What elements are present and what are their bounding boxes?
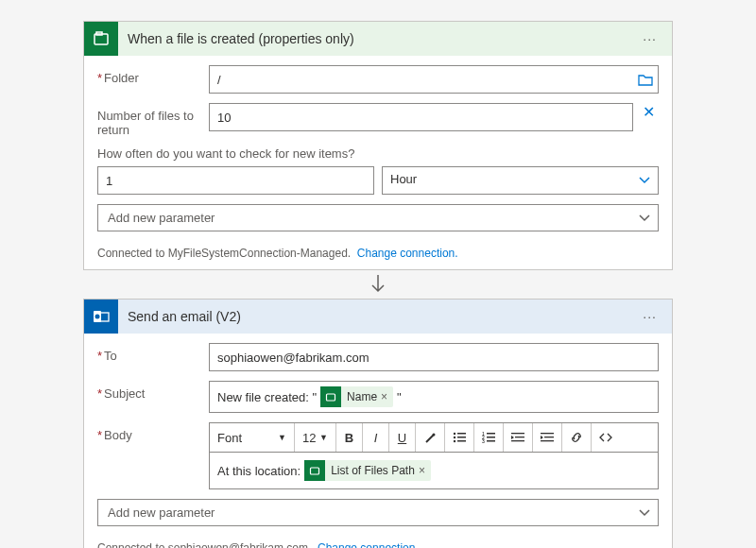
token-remove-button[interactable]: × [419, 464, 425, 477]
arrow-connector [83, 270, 673, 299]
action-footer: Connected to sophiaowen@fabrikam.com. Ch… [84, 534, 672, 548]
token-remove-button[interactable]: × [381, 390, 387, 403]
numfiles-clear-button[interactable]: ✕ [639, 103, 659, 121]
rte-code-button[interactable] [592, 423, 620, 452]
svg-point-6 [433, 434, 436, 437]
svg-rect-18 [487, 440, 495, 442]
trigger-add-parameter[interactable]: Add new parameter [97, 204, 659, 231]
trigger-menu-button[interactable]: ··· [635, 27, 664, 50]
rte-outdent-button[interactable] [504, 423, 533, 452]
folder-picker-icon[interactable] [638, 73, 653, 86]
svg-point-4 [95, 315, 100, 319]
to-input[interactable]: sophiaowen@fabrikam.com [209, 343, 659, 371]
to-label: *To [97, 343, 209, 363]
outlook-icon [84, 300, 118, 334]
folder-input[interactable]: / [209, 65, 659, 94]
rte-bold-button[interactable]: B [336, 423, 363, 452]
svg-rect-24 [541, 440, 554, 441]
body-input[interactable]: At this location: List of Files Path × [209, 452, 659, 489]
action-menu-button[interactable]: ··· [635, 305, 664, 328]
poll-question: How often do you want to check for new i… [97, 146, 659, 161]
chevron-down-icon [639, 214, 650, 222]
svg-rect-19 [511, 433, 524, 434]
trigger-footer: Connected to MyFileSystemConnection-Mana… [84, 239, 672, 269]
svg-rect-22 [541, 433, 554, 434]
svg-rect-10 [457, 437, 466, 438]
rte-italic-button[interactable]: I [363, 423, 389, 452]
svg-point-11 [454, 440, 455, 442]
svg-rect-3 [100, 313, 109, 321]
subject-row: *Subject New file created: " Name × " [97, 381, 659, 413]
svg-rect-21 [511, 440, 524, 441]
numfiles-input[interactable]: 10 [209, 103, 633, 131]
svg-text:3: 3 [482, 438, 485, 443]
svg-rect-5 [327, 394, 335, 401]
dynamic-token-name[interactable]: Name × [320, 386, 393, 407]
chevron-down-icon [639, 509, 650, 517]
rte-indent-button[interactable] [533, 423, 562, 452]
rte-color-button[interactable] [416, 423, 445, 452]
rte-numberlist-button[interactable]: 123 [474, 423, 504, 452]
svg-point-7 [454, 433, 455, 435]
body-label: *Body [97, 422, 209, 442]
trigger-header[interactable]: When a file is created (properties only)… [84, 22, 672, 56]
filesystem-icon [320, 386, 341, 407]
svg-rect-14 [487, 433, 495, 435]
dynamic-token-filepath[interactable]: List of Files Path × [304, 460, 431, 481]
numfiles-row: Number of files to return 10 ✕ [97, 103, 659, 137]
trigger-change-connection-link[interactable]: Change connection. [357, 247, 458, 260]
trigger-title: When a file is created (properties only) [118, 31, 635, 46]
action-card: Send an email (V2) ··· *To sophiaowen@fa… [83, 299, 673, 548]
filesystem-icon [84, 22, 118, 56]
svg-point-9 [454, 437, 455, 438]
rte-toolbar: Font▼ 12▼ B I U 123 [209, 422, 659, 452]
svg-rect-12 [457, 440, 466, 442]
folder-label: *Folder [97, 65, 209, 85]
trigger-body: *Folder / Number of files to return 10 ✕… [84, 56, 672, 239]
rte-link-button[interactable] [562, 423, 592, 452]
action-header[interactable]: Send an email (V2) ··· [84, 300, 672, 334]
rte-underline-button[interactable]: U [389, 423, 416, 452]
rte-font-select[interactable]: Font▼ [210, 423, 295, 452]
action-title: Send an email (V2) [118, 309, 635, 324]
rte-bulletlist-button[interactable] [445, 423, 474, 452]
to-row: *To sophiaowen@fabrikam.com [97, 343, 659, 371]
chevron-down-icon [639, 177, 650, 184]
subject-input[interactable]: New file created: " Name × " [209, 381, 659, 413]
action-change-connection-link[interactable]: Change connection. [318, 541, 419, 548]
trigger-card: When a file is created (properties only)… [83, 21, 673, 270]
svg-rect-23 [544, 437, 554, 437]
svg-rect-16 [487, 437, 495, 438]
interval-input[interactable]: 1 [97, 166, 374, 195]
svg-rect-25 [311, 468, 319, 474]
action-body: *To sophiaowen@fabrikam.com *Subject New… [84, 334, 672, 534]
numfiles-label: Number of files to return [97, 103, 209, 137]
filesystem-icon [304, 460, 325, 481]
action-add-parameter[interactable]: Add new parameter [97, 499, 659, 526]
folder-row: *Folder / [97, 65, 659, 94]
svg-rect-20 [515, 437, 524, 437]
body-row: *Body Font▼ 12▼ B I U 123 At t [97, 422, 659, 489]
subject-label: *Subject [97, 381, 209, 401]
rte-size-select[interactable]: 12▼ [295, 423, 336, 452]
frequency-select[interactable]: Hour [382, 166, 659, 195]
svg-rect-8 [457, 433, 466, 435]
